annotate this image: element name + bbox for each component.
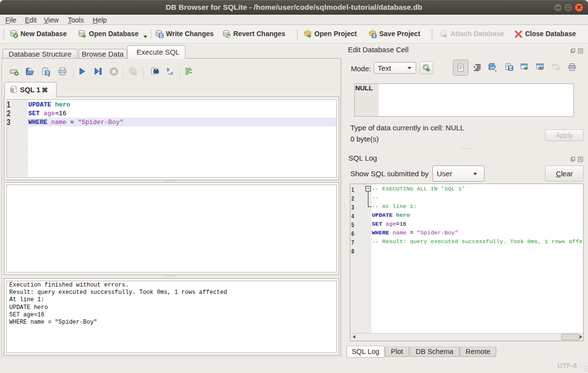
svg-text:b: b: [167, 67, 169, 72]
svg-text:a: a: [170, 70, 173, 76]
